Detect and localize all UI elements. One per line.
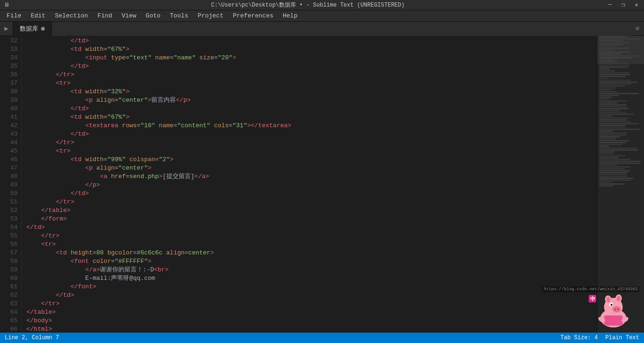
menu-item-help[interactable]: Help bbox=[278, 11, 302, 20]
value-token: "31" bbox=[232, 122, 247, 130]
minimap-line bbox=[599, 149, 638, 151]
value-token: send.php bbox=[129, 172, 158, 181]
line-number-64: 64 bbox=[0, 308, 17, 317]
line-number-45: 45 bbox=[0, 147, 17, 155]
code-line-57: <td height=80 bgcolor=#6c6c6c align=cent… bbox=[26, 249, 597, 257]
minimap-line bbox=[599, 36, 627, 38]
minimap-line bbox=[599, 176, 627, 177]
svg-point-6 bbox=[611, 304, 612, 306]
attr-token: colspan bbox=[130, 155, 156, 164]
tag-token: </td> bbox=[71, 189, 89, 198]
punct-token: = bbox=[115, 164, 118, 172]
punct-token bbox=[104, 249, 107, 257]
minimap-line bbox=[599, 181, 612, 183]
tag-token: </tr> bbox=[56, 71, 74, 79]
menu-item-tools[interactable]: Tools bbox=[165, 11, 193, 20]
tag-token: </html> bbox=[26, 325, 52, 333]
menu-item-preferences[interactable]: Preferences bbox=[228, 11, 278, 20]
menu-item-selection[interactable]: Selection bbox=[50, 11, 92, 20]
minimap-line bbox=[599, 44, 624, 45]
statusbar-left: Line 2, Column 7 bbox=[5, 335, 59, 341]
line-number-34: 34 bbox=[0, 54, 17, 62]
minimap-toggle[interactable]: ≡ bbox=[631, 22, 644, 36]
code-line-37: <tr> bbox=[26, 79, 597, 88]
line-number-39: 39 bbox=[0, 96, 17, 105]
line-number-60: 60 bbox=[0, 274, 17, 283]
minimap-line bbox=[599, 144, 622, 145]
punct-token bbox=[151, 54, 155, 62]
minimize-button[interactable]: — bbox=[606, 1, 614, 8]
line-number-47: 47 bbox=[0, 164, 17, 172]
value-token: center bbox=[188, 249, 210, 257]
minimap-line bbox=[599, 115, 612, 117]
code-line-50: </td> bbox=[26, 189, 597, 198]
line-number-36: 36 bbox=[0, 71, 17, 79]
line-number-57: 57 bbox=[0, 249, 17, 257]
minimap-line bbox=[599, 76, 626, 77]
punct-token bbox=[26, 172, 100, 181]
punct-token bbox=[26, 215, 41, 223]
attr-token: name bbox=[159, 122, 173, 130]
maximize-button[interactable]: ❐ bbox=[619, 1, 627, 8]
tag-token: > bbox=[170, 155, 173, 164]
menu-item-project[interactable]: Project bbox=[193, 11, 228, 20]
minimap-line bbox=[599, 55, 640, 57]
punct-token bbox=[26, 164, 85, 172]
tag-token: </body> bbox=[26, 317, 52, 325]
menu-item-find[interactable]: Find bbox=[93, 11, 117, 20]
line-number-58: 58 bbox=[0, 257, 17, 266]
minimap-line bbox=[599, 59, 614, 60]
line-number-35: 35 bbox=[0, 62, 17, 71]
value-token: "name" bbox=[173, 54, 196, 62]
attr-token: width bbox=[85, 88, 104, 96]
menu-item-edit[interactable]: Edit bbox=[26, 11, 50, 20]
code-editor[interactable]: </td> <td width="67%"> <input type="text… bbox=[22, 36, 597, 333]
minimap-line bbox=[599, 185, 613, 187]
code-line-47: <p align="center"> bbox=[26, 164, 597, 172]
tag-token: > bbox=[232, 54, 236, 62]
titlebar-title: C:\Users\pc\Desktop\数据库 • - Sublime Text… bbox=[9, 1, 606, 9]
punct-token bbox=[26, 155, 71, 164]
code-line-35: </td> bbox=[26, 62, 597, 71]
line-number-51: 51 bbox=[0, 198, 17, 206]
sidebar-toggle[interactable]: ▶ bbox=[0, 22, 13, 36]
tag-token: </p> bbox=[85, 181, 100, 189]
tag-token: </textarea> bbox=[251, 122, 291, 130]
value-token: #6c6c6c bbox=[137, 249, 163, 257]
tag-token: </p> bbox=[176, 96, 190, 105]
tag-token: <tr> bbox=[56, 79, 70, 88]
minimap-line bbox=[599, 51, 630, 53]
statusbar-right-item: Plain Text bbox=[605, 335, 639, 341]
minimap-line bbox=[599, 146, 609, 147]
titlebar-controls: — ❐ ✕ bbox=[606, 1, 640, 8]
attr-token: size bbox=[199, 54, 214, 62]
menu-item-file[interactable]: File bbox=[2, 11, 26, 20]
minimap-line bbox=[599, 66, 628, 68]
minimap-line bbox=[599, 95, 619, 96]
punct-token bbox=[26, 206, 41, 215]
minimap-line bbox=[599, 168, 625, 170]
close-button[interactable]: ✕ bbox=[633, 1, 640, 8]
minimap-line bbox=[599, 93, 639, 94]
minimap-line bbox=[599, 102, 618, 104]
menu-item-goto[interactable]: Goto bbox=[141, 11, 165, 20]
code-line-53: </form> bbox=[26, 215, 597, 223]
code-line-58: <font color="#FFFFFF"> bbox=[26, 257, 597, 266]
menu-item-view[interactable]: View bbox=[117, 11, 141, 20]
tag-token: <textarea bbox=[85, 122, 118, 130]
line-number-55: 55 bbox=[0, 232, 17, 240]
minimap-line bbox=[599, 172, 627, 173]
tag-token: <p bbox=[85, 164, 93, 172]
minimap-line bbox=[599, 164, 617, 166]
punct-token: = bbox=[104, 113, 107, 122]
punct-token bbox=[26, 147, 56, 155]
minimap-line bbox=[599, 65, 630, 66]
punct-token bbox=[82, 155, 85, 164]
value-token: "20" bbox=[218, 54, 232, 62]
minimap-line bbox=[599, 112, 626, 113]
punct-token bbox=[26, 198, 56, 206]
tab-database[interactable]: 数据库 bbox=[13, 22, 52, 36]
line-number-40: 40 bbox=[0, 105, 17, 113]
tab-end-space bbox=[52, 22, 631, 36]
watermark: https://blog.csdn.net/weixin_43749362 中 bbox=[583, 286, 639, 329]
